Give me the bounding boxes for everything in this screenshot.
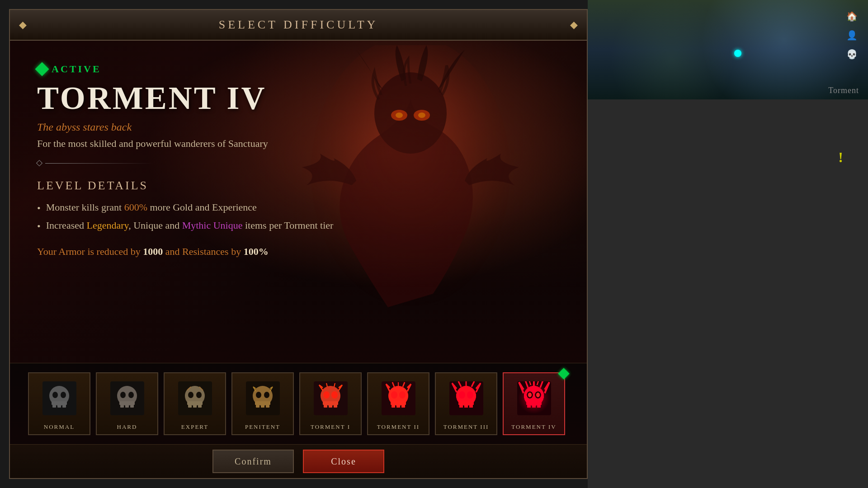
diff-label-normal: NORMAL <box>44 423 75 431</box>
svg-point-9 <box>61 392 66 398</box>
title-bar: ◆ SELECT DIFFICULTY ◆ <box>10 10 587 41</box>
svg-point-48 <box>391 391 397 399</box>
svg-rect-61 <box>458 401 474 405</box>
map-area: 🏠 👤 💀 <box>588 0 868 99</box>
diff-icon-torment2 <box>377 377 420 420</box>
diff-label-expert: EXPERT <box>181 423 208 431</box>
svg-point-24 <box>188 392 193 398</box>
title-diamond-right-icon: ◆ <box>570 19 578 31</box>
map-sidebar: 🏠 👤 💀 Torment ! <box>588 0 868 488</box>
active-indicator-icon <box>558 368 569 379</box>
difficulty-option-torment4[interactable]: TORMENT IV <box>503 372 565 435</box>
exclamation-icon: ! <box>838 149 843 166</box>
difficulty-option-torment1[interactable]: TORMENT I <box>299 372 362 435</box>
content-area: ACTIVE TORMENT IV The abyss stares back … <box>10 41 587 363</box>
skull-svg-normal <box>42 381 76 415</box>
section-divider <box>37 161 354 165</box>
skull-svg-torment1 <box>314 381 348 415</box>
difficulty-option-normal[interactable]: NORMAL <box>28 372 90 435</box>
difficulty-selector: NORMAL HARD <box>10 363 587 444</box>
svg-rect-29 <box>187 401 203 405</box>
svg-point-41 <box>331 391 338 399</box>
skull-svg-torment2 <box>382 381 415 415</box>
building-icon: 🏠 <box>844 9 859 23</box>
sidebar-torment-label: Torment <box>828 86 859 95</box>
svg-point-5 <box>418 113 425 118</box>
svg-point-17 <box>128 392 134 398</box>
mythic-highlight: Mythic Unique <box>182 220 243 231</box>
skull-svg-penitent <box>246 381 280 415</box>
divider-diamond-icon <box>36 160 42 166</box>
armor-warning: Your Armor is reduced by 1000 and Resist… <box>37 246 354 258</box>
svg-point-68 <box>536 393 540 397</box>
active-label: ACTIVE <box>52 63 101 75</box>
armor-val: 1000 <box>143 246 163 257</box>
bullet-item-items: • Increased Legendary, Unique and Mythic… <box>37 220 354 232</box>
difficulty-subtitle: The abyss stares back <box>37 121 354 133</box>
svg-rect-45 <box>323 401 338 405</box>
level-details-heading: LEVEL DETAILS <box>37 179 354 192</box>
bullet-item-gold: • Monster kills grant 600% more Gold and… <box>37 202 354 214</box>
bullet-list: • Monster kills grant 600% more Gold and… <box>37 202 354 232</box>
diff-label-hard: HARD <box>117 423 137 431</box>
svg-rect-37 <box>255 401 270 405</box>
diff-label-torment3: TORMENT III <box>443 423 489 431</box>
diff-label-torment1: TORMENT I <box>311 423 350 431</box>
person-icon: 👤 <box>844 28 859 42</box>
player-position-dot <box>734 50 741 57</box>
bullet-dot-2: • <box>37 221 41 232</box>
gold-percent-highlight: 600% <box>124 202 147 213</box>
skull-svg-expert <box>178 381 212 415</box>
title-diamond-left-icon: ◆ <box>19 19 27 31</box>
info-panel: ACTIVE TORMENT IV The abyss stares back … <box>37 63 354 258</box>
diff-label-torment4: TORMENT IV <box>511 423 556 431</box>
svg-point-67 <box>528 393 532 397</box>
diff-label-penitent: PENITENT <box>245 423 280 431</box>
svg-point-49 <box>399 391 406 399</box>
diff-icon-torment4 <box>513 377 556 420</box>
bullet-text-1: Monster kills grant 600% more Gold and E… <box>46 202 257 213</box>
difficulty-name: TORMENT IV <box>37 82 354 114</box>
diff-icon-torment3 <box>445 377 488 420</box>
difficulty-option-expert[interactable]: EXPERT <box>164 372 226 435</box>
map-content: 🏠 👤 💀 <box>588 0 868 99</box>
confirm-button[interactable]: Confirm <box>212 450 294 473</box>
skull-map-icon: 💀 <box>844 47 859 61</box>
svg-rect-53 <box>391 401 406 405</box>
close-button[interactable]: Close <box>303 450 384 473</box>
diff-icon-torment1 <box>309 377 352 420</box>
skull-svg-hard <box>110 381 144 415</box>
diff-icon-normal <box>38 377 81 420</box>
resist-val: 100% <box>244 246 269 257</box>
button-area: Confirm Close <box>10 444 587 478</box>
legendary-highlight: Legendary <box>86 220 128 231</box>
difficulty-option-torment3[interactable]: TORMENT III <box>435 372 497 435</box>
svg-point-16 <box>120 392 126 398</box>
diff-icon-hard <box>106 377 149 420</box>
bullet-text-2: Increased Legendary, Unique and Mythic U… <box>46 220 334 231</box>
skull-svg-torment3 <box>449 381 483 415</box>
svg-point-8 <box>52 392 58 398</box>
svg-point-32 <box>256 392 261 398</box>
svg-point-33 <box>264 392 269 398</box>
svg-point-25 <box>196 392 202 398</box>
skull-svg-torment4 <box>517 381 551 415</box>
svg-rect-13 <box>52 401 67 405</box>
svg-point-40 <box>323 391 330 399</box>
svg-rect-72 <box>526 401 542 405</box>
difficulty-dialog: ◆ SELECT DIFFICULTY ◆ <box>9 9 588 479</box>
active-diamond-icon <box>35 62 49 76</box>
difficulty-description: For the most skilled and powerful wander… <box>37 138 354 150</box>
diff-label-torment2: TORMENT II <box>377 423 420 431</box>
divider-line-element <box>45 163 154 164</box>
difficulty-option-penitent[interactable]: PENITENT <box>231 372 294 435</box>
difficulty-option-hard[interactable]: HARD <box>96 372 158 435</box>
svg-rect-21 <box>119 401 135 405</box>
svg-point-1 <box>374 72 447 154</box>
map-icon-row: 🏠 👤 💀 <box>844 9 859 61</box>
svg-point-4 <box>396 113 403 118</box>
svg-point-56 <box>459 391 465 399</box>
difficulty-option-torment2[interactable]: TORMENT II <box>367 372 429 435</box>
active-badge: ACTIVE <box>37 63 354 75</box>
diff-icon-penitent <box>241 377 284 420</box>
